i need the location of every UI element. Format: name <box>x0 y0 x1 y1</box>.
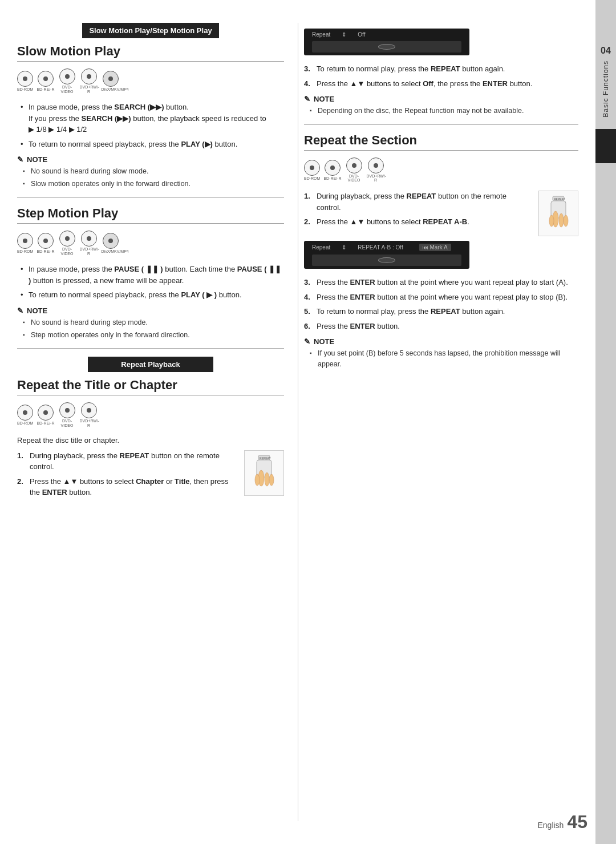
side-tab-accent <box>595 129 616 163</box>
step-motion-note-2: Step motion operates only in the forward… <box>23 330 284 341</box>
right-note-bottom-list: If you set point (B) before 5 seconds ha… <box>304 348 578 370</box>
rs-step-4: 4. Press the ENTER button at the point w… <box>304 292 578 303</box>
disc-icon-divx: DivX/MKV/MP4 <box>102 71 120 92</box>
slow-motion-note-list: No sound is heard during slow mode. Slow… <box>17 166 284 189</box>
note-icon-2: ✎ <box>17 306 23 315</box>
slow-motion-note-2: Slow motion operates only in the forward… <box>23 179 284 189</box>
step-motion-bullet-2: To return to normal speed playback, pres… <box>21 289 284 301</box>
repeat-section-title: Repeat the Section <box>304 133 578 151</box>
ab-repeat-label: Repeat <box>312 244 330 251</box>
main-content: Slow Motion Play/Step Motion Play Slow M… <box>0 0 595 844</box>
svg-text:REPEAT: REPEAT <box>260 457 271 460</box>
disc-icon-bdrom: BD-ROM <box>17 71 33 92</box>
chapter-number: 04 <box>601 46 611 56</box>
step-motion-note-list: No sound is heard during step mode. Step… <box>17 317 284 341</box>
rs-step-1: 1. During playback, press the REPEAT but… <box>304 191 533 213</box>
svg-point-11 <box>559 213 564 227</box>
step-motion-bullets: In pause mode, press the PAUSE ( ❚❚ ) bu… <box>17 264 284 301</box>
note-title-3: NOTE <box>314 95 334 103</box>
slow-motion-banner-wrapper: Slow Motion Play/Step Motion Play <box>17 23 284 42</box>
page-number: 45 <box>567 811 587 833</box>
playbar-repeat-label: Repeat <box>312 31 330 38</box>
repeat-step-1: 1. During playback, press the REPEAT but… <box>17 450 238 473</box>
repeat-step-2: 2. Press the ▲▼ buttons to select Chapte… <box>17 476 238 498</box>
ab-mark-button: ⏮ Mark A <box>419 244 451 251</box>
repeat-disc-icons: BD-ROM BD-RE/-R DVD-VIDEO DVD+RW/-R <box>17 402 284 427</box>
step-motion-note: ✎ NOTE No sound is heard during step mod… <box>17 306 284 341</box>
svg-point-5 <box>269 474 274 486</box>
step-disc-bdrer: BD-RE/-R <box>37 233 54 254</box>
step-motion-title: Step Motion Play <box>17 206 284 224</box>
ab-arrow: ⇕ <box>342 244 346 251</box>
rs-step-2: 2. Press the ▲▼ buttons to select REPEAT… <box>304 216 533 228</box>
disc-icon-bdrer: BD-RE/-R <box>37 71 54 92</box>
slow-motion-title: Slow Motion Play <box>17 44 284 62</box>
svg-point-6 <box>255 474 260 486</box>
step-disc-bdrom: BD-ROM <box>17 233 33 254</box>
slow-motion-banner: Slow Motion Play/Step Motion Play <box>82 23 218 38</box>
note-title-4: NOTE <box>314 337 334 346</box>
right-note-top-1: Depending on the disc, the Repeat functi… <box>310 106 578 116</box>
rs-disc-dvdrw: DVD+RW/-R <box>367 158 385 183</box>
rs-disc-dvdvideo: DVD-VIDEO <box>345 158 363 183</box>
repeat-disc-dvdrw: DVD+RW/-R <box>80 402 98 427</box>
side-tab: 04 Basic Functions <box>595 0 616 844</box>
slow-motion-note-1: No sound is heard during slow mode. <box>23 166 284 177</box>
slow-motion-note: ✎ NOTE No sound is heard during slow mod… <box>17 155 284 189</box>
repeat-title-section-title: Repeat the Title or Chapter <box>17 378 284 395</box>
svg-text:REPEAT: REPEAT <box>554 197 565 201</box>
repeat-disc-bdrom: BD-ROM <box>17 405 33 426</box>
step-motion-disc-icons: BD-ROM BD-RE/-R DVD-VIDEO DVD+RW/-R DivX… <box>17 231 284 256</box>
step-motion-note-1: No sound is heard during step mode. <box>23 317 284 328</box>
svg-point-12 <box>564 215 568 227</box>
page-number-area: English 45 <box>537 811 587 833</box>
display-bar-wrapper-2: Repeat ⇕ REPEAT A-B : Off ⏮ Mark A <box>304 241 578 269</box>
left-column: Slow Motion Play/Step Motion Play Slow M… <box>17 23 298 821</box>
repeat-section-steps-wrapper: REPEAT 1. During playback, press the REP… <box>304 191 578 241</box>
right-note-bottom-1: If you set point (B) before 5 seconds ha… <box>310 348 578 370</box>
playbar-off-label: Off <box>358 31 365 38</box>
right-note-top-list: Depending on the disc, the Repeat functi… <box>304 106 578 116</box>
playback-bar-1: Repeat ⇕ Off <box>304 29 469 55</box>
rs-step-3: 3. Press the ENTER button at the point w… <box>304 277 578 288</box>
slow-motion-bullet-1: In pause mode, press the SEARCH (▶▶) but… <box>21 102 284 135</box>
playbar-arrow: ⇕ <box>342 31 346 38</box>
right-steps-top: 3. To return to normal play, press the R… <box>304 63 578 89</box>
slow-motion-disc-icons: BD-ROM BD-RE/-R DVD-VIDEO DVD+RW/-R DivX… <box>17 68 284 94</box>
note-icon-3: ✎ <box>304 95 310 103</box>
ab-value-label: REPEAT A-B : Off <box>358 244 403 251</box>
page-wrapper: Slow Motion Play/Step Motion Play Slow M… <box>0 0 616 844</box>
right-note-bottom: ✎ NOTE If you set point (B) before 5 sec… <box>304 337 578 370</box>
right-step-3: 3. To return to normal play, press the R… <box>304 63 578 75</box>
repeat-playback-banner-wrapper: Repeat Playback <box>17 357 284 375</box>
note-icon-4: ✎ <box>304 337 310 346</box>
disc-icon-dvdvideo: DVD-VIDEO <box>58 68 76 94</box>
repeat-playback-banner: Repeat Playback <box>88 357 213 372</box>
svg-point-13 <box>549 215 554 227</box>
step-disc-dvdrw: DVD+RW/-R <box>80 231 98 256</box>
right-step-4: 4. Press the ▲▼ buttons to select Off, t… <box>304 78 578 90</box>
rs-disc-bdrer: BD-RE/-R <box>323 160 341 181</box>
disc-icon-dvdrw: DVD+RW/-R <box>80 68 98 94</box>
step-disc-divx: DivX/MKV/MP4 <box>102 233 120 254</box>
right-column: Repeat ⇕ Off 3. To return to normal play… <box>298 23 578 821</box>
rs-step-6: 6. Press the ENTER button. <box>304 321 578 332</box>
step-disc-dvdvideo: DVD-VIDEO <box>58 231 76 256</box>
step-motion-bullet-1: In pause mode, press the PAUSE ( ❚❚ ) bu… <box>21 264 284 286</box>
repeat-disc-dvdvideo: DVD-VIDEO <box>58 402 76 427</box>
chapter-label: Basic Functions <box>602 60 610 118</box>
svg-point-4 <box>265 473 269 486</box>
page-language-label: English <box>537 821 564 830</box>
remote-hand-illustration-1: REPEAT <box>244 450 284 496</box>
repeat-section-disc-icons: BD-ROM BD-RE/-R DVD-VIDEO DVD+RW/-R <box>304 158 578 183</box>
repeat-disc-bdrer: BD-RE/-R <box>37 405 54 426</box>
display-bar-wrapper-1: Repeat ⇕ Off <box>304 29 578 55</box>
right-note-top: ✎ NOTE Depending on the disc, the Repeat… <box>304 95 578 116</box>
slow-motion-bullet-2: To return to normal speed playback, pres… <box>21 139 284 150</box>
slow-motion-bullets: In pause mode, press the SEARCH (▶▶) but… <box>17 102 284 150</box>
repeat-steps-wrapper: REPEAT 1. During playback, press the REP… <box>17 450 284 504</box>
note-title-2: NOTE <box>27 306 47 315</box>
rs-step-5: 5. To return to normal play, press the R… <box>304 306 578 317</box>
remote-hand-illustration-2: REPEAT <box>538 191 578 236</box>
repeat-section-steps1: 1. During playback, press the REPEAT but… <box>304 191 578 228</box>
